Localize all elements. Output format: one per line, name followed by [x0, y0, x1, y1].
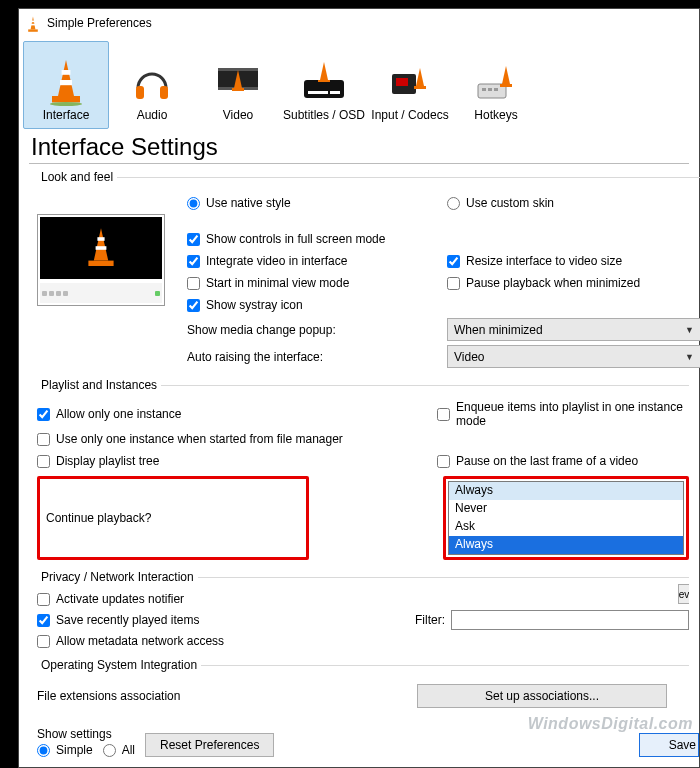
- chevron-down-icon: ▼: [685, 325, 694, 335]
- group-playlist: Playlist and Instances Allow only one in…: [37, 378, 689, 564]
- titlebar: Simple Preferences: [19, 9, 699, 37]
- group-look-and-feel: Look and feel Use native style Use custo…: [37, 170, 700, 372]
- svg-rect-3: [62, 70, 71, 75]
- chk-one-instance-fm[interactable]: Use only one instance when started from …: [37, 432, 437, 446]
- tab-label: Interface: [43, 108, 90, 122]
- window-title: Simple Preferences: [47, 16, 152, 30]
- radio-native-style[interactable]: Use native style: [187, 196, 447, 210]
- chk-systray-icon[interactable]: Show systray icon: [187, 298, 447, 312]
- chk-display-playlist-tree[interactable]: Display playlist tree: [37, 454, 437, 468]
- svg-rect-13: [304, 80, 344, 98]
- input-filter[interactable]: [451, 610, 689, 630]
- svg-rect-27: [88, 261, 113, 266]
- svg-rect-5: [52, 96, 80, 102]
- group-legend: Playlist and Instances: [37, 378, 161, 392]
- svg-rect-21: [482, 88, 486, 91]
- select-media-change-popup[interactable]: When minimized▼: [447, 318, 700, 341]
- svg-rect-7: [136, 86, 144, 99]
- page-title: Interface Settings: [31, 133, 687, 161]
- tab-label: Video: [223, 108, 253, 122]
- svg-point-6: [50, 102, 82, 106]
- tab-hotkeys[interactable]: Hotkeys: [453, 41, 539, 129]
- chk-integrate-video[interactable]: Integrate video in interface: [187, 254, 447, 268]
- vlc-cone-icon: [25, 15, 41, 31]
- svg-rect-8: [160, 86, 168, 99]
- chk-start-minimal[interactable]: Start in minimal view mode: [187, 276, 447, 290]
- chk-one-instance[interactable]: Allow only one instance: [37, 407, 437, 421]
- label-auto-raise: Auto raising the interface:: [187, 350, 447, 364]
- svg-rect-2: [28, 29, 38, 31]
- watermark: WindowsDigital.com: [528, 715, 693, 733]
- option-ask[interactable]: Ask: [449, 518, 683, 536]
- subtitles-icon: [297, 56, 351, 108]
- chk-resize-interface[interactable]: Resize interface to video size: [447, 254, 700, 268]
- tab-audio[interactable]: Audio: [109, 41, 195, 129]
- cone-icon: [39, 56, 93, 108]
- option-always[interactable]: Always: [449, 482, 683, 500]
- svg-rect-25: [97, 237, 104, 241]
- tab-label: Subtitles / OSD: [283, 108, 365, 122]
- radio-show-all[interactable]: All: [103, 743, 135, 757]
- svg-rect-12: [232, 88, 244, 91]
- hotkeys-icon: [469, 56, 523, 108]
- chk-pause-minimized[interactable]: Pause playback when minimized: [447, 276, 700, 290]
- radio-custom-skin[interactable]: Use custom skin: [447, 196, 700, 210]
- show-settings-group: Show settings Simple All: [37, 727, 135, 757]
- tab-input-codecs[interactable]: Input / Codecs: [367, 41, 453, 129]
- svg-rect-22: [488, 88, 492, 91]
- chk-activate-updates[interactable]: Activate updates notifier: [37, 592, 689, 606]
- svg-rect-15: [330, 91, 340, 94]
- option-never[interactable]: Never: [449, 500, 683, 518]
- chevron-down-icon: ▼: [685, 352, 694, 362]
- svg-rect-24: [500, 84, 512, 87]
- divider: [29, 163, 689, 164]
- radio-show-simple[interactable]: Simple: [37, 743, 93, 757]
- preferences-toolbar: Interface Audio Video Subtitles / OSD In…: [19, 37, 699, 129]
- svg-rect-19: [414, 86, 426, 89]
- tab-interface[interactable]: Interface: [23, 41, 109, 129]
- select-auto-raise[interactable]: Video▼: [447, 345, 700, 368]
- svg-rect-18: [396, 78, 408, 86]
- svg-rect-0: [31, 21, 34, 23]
- skin-preview-thumbnail: [37, 214, 165, 306]
- label-continue-playback: Continue playback?: [37, 476, 309, 560]
- group-legend: Privacy / Network Interaction: [37, 570, 198, 584]
- truncated-control[interactable]: ev: [678, 584, 689, 604]
- tab-label: Input / Codecs: [371, 108, 448, 122]
- tab-label: Hotkeys: [474, 108, 517, 122]
- headphones-icon: [125, 56, 179, 108]
- chk-enqueue-one-instance[interactable]: Enqueue items into playlist in one insta…: [437, 400, 689, 428]
- option-always-selected[interactable]: Always: [449, 536, 683, 554]
- svg-rect-4: [60, 80, 72, 85]
- tab-video[interactable]: Video: [195, 41, 281, 129]
- label-filter: Filter:: [389, 613, 445, 627]
- svg-rect-16: [318, 80, 330, 82]
- button-reset-preferences[interactable]: Reset Preferences: [145, 733, 274, 757]
- svg-rect-26: [96, 246, 107, 250]
- button-save[interactable]: Save: [639, 733, 699, 757]
- svg-rect-1: [31, 24, 35, 26]
- chk-show-controls-fullscreen[interactable]: Show controls in full screen mode: [187, 232, 447, 246]
- group-legend: Look and feel: [37, 170, 117, 184]
- group-privacy: Privacy / Network Interaction ev Activat…: [37, 570, 689, 652]
- group-os-integration: Operating System Integration File extens…: [37, 658, 689, 712]
- group-legend: Operating System Integration: [37, 658, 201, 672]
- codecs-icon: [383, 56, 437, 108]
- button-setup-associations[interactable]: Set up associations...: [417, 684, 667, 708]
- svg-rect-14: [308, 91, 328, 94]
- tab-subtitles[interactable]: Subtitles / OSD: [281, 41, 367, 129]
- film-cone-icon: [211, 56, 265, 108]
- label-show-settings: Show settings: [37, 727, 135, 741]
- tab-label: Audio: [137, 108, 168, 122]
- svg-rect-23: [494, 88, 498, 91]
- label-media-change-popup: Show media change popup:: [187, 323, 447, 337]
- chk-pause-last-frame[interactable]: Pause on the last frame of a video: [437, 454, 689, 468]
- select-continue-playback[interactable]: Always Never Ask Always: [448, 481, 684, 555]
- chk-save-recent[interactable]: Save recently played items: [37, 613, 199, 627]
- label-file-extensions: File extensions association: [37, 689, 417, 703]
- chk-metadata-access[interactable]: Allow metadata network access: [37, 634, 689, 648]
